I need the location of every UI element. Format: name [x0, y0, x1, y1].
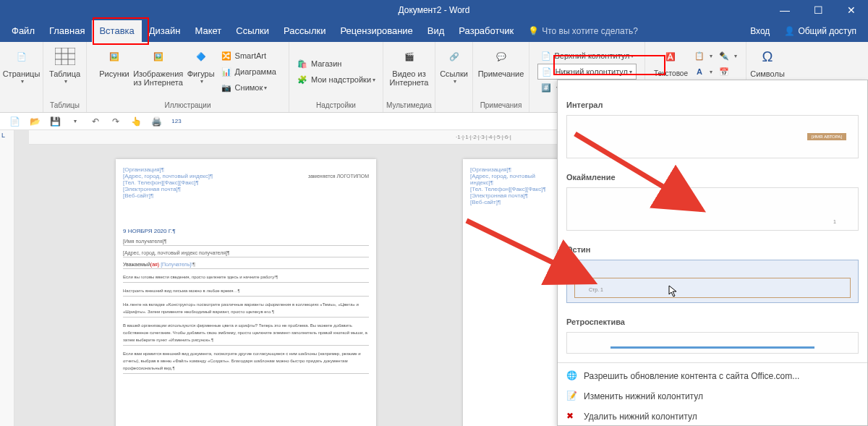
tab-design[interactable]: Дизайн — [142, 20, 188, 42]
links-button[interactable]: 🔗 Ссылки ▾ — [437, 43, 471, 86]
gallery-item-border[interactable]: 1 — [566, 187, 859, 231]
signin-link[interactable]: Вход — [743, 26, 777, 36]
tab-references[interactable]: Ссылки — [229, 20, 276, 42]
tab-view[interactable]: Вид — [420, 20, 452, 42]
group-links: 🔗 Ссылки ▾ — [435, 42, 473, 112]
wordart-button[interactable]: A▾ — [691, 64, 715, 80]
edit-icon: 📝 — [566, 391, 578, 402]
gallery-item-retro[interactable] — [566, 332, 859, 354]
gallery-section-retro: Ретроспектива — [558, 312, 867, 329]
group-illustrations: 🖼️ Рисунки 🖼️ Изображения из Интернета 🔷… — [87, 42, 289, 112]
store-button[interactable]: 🛍️ Магазин — [294, 56, 378, 72]
vertical-ruler: L — [0, 130, 14, 426]
tab-insert[interactable]: Вставка — [92, 20, 141, 42]
cursor-icon — [668, 285, 678, 298]
chevron-down-icon: ▾ — [373, 77, 375, 83]
pages-button[interactable]: 📄 Страницы ▾ — [0, 43, 43, 86]
video-icon: 🎬 — [398, 45, 421, 68]
chevron-down-icon: ▾ — [264, 85, 267, 91]
header-button[interactable]: 📄 Верхний колонтитул ▾ — [537, 48, 637, 64]
page-2[interactable]: [Организация]¶ [Адрес, город, почтовый и… — [463, 159, 564, 426]
tell-me-placeholder: Что вы хотите сделать? — [542, 26, 638, 36]
textbox-button[interactable]: 🅰️ Текстовое — [651, 43, 691, 80]
tab-mailings[interactable]: Рассылки — [276, 20, 333, 42]
smartart-icon: 🔀 — [221, 50, 232, 61]
footer-icon: 📄 — [541, 66, 553, 77]
document-title: Документ2 - Word — [398, 5, 469, 15]
chevron-down-icon: ▾ — [629, 69, 632, 75]
qat-123[interactable]: 123 — [168, 114, 185, 129]
signature-button[interactable]: ✒️▾ — [715, 48, 740, 64]
close-button[interactable]: ✕ — [835, 0, 868, 20]
office-icon: 🌐 — [566, 370, 578, 382]
chart-icon: 📊 — [221, 66, 232, 77]
tab-layout[interactable]: Макет — [187, 20, 229, 42]
tab-home[interactable]: Главная — [42, 20, 92, 42]
online-picture-icon: 🖼️ — [147, 45, 170, 68]
link-icon: 🔗 — [443, 45, 466, 68]
online-pictures-button[interactable]: 🖼️ Изображения из Интернета — [132, 43, 184, 88]
minimize-button[interactable]: — — [768, 0, 801, 20]
qat-print[interactable]: 🖨️ — [148, 114, 165, 129]
date-icon: 📅 — [718, 66, 730, 77]
chart-button[interactable]: 📊 Диаграмма — [218, 64, 279, 80]
qat-new[interactable]: 📄 — [6, 114, 23, 129]
omega-icon: Ω — [756, 45, 779, 68]
online-video-button[interactable]: 🎬 Видео из Интернета — [386, 43, 432, 88]
chevron-down-icon: ▾ — [454, 78, 456, 85]
qat-touch[interactable]: 👆 — [127, 114, 145, 129]
group-comments: 💬 Примечание Примечания — [473, 42, 529, 112]
header-icon: 📄 — [540, 50, 552, 61]
gallery-remove-footer[interactable]: ✖ Удалить нижний колонтитул — [558, 406, 867, 426]
qat-redo[interactable]: ↷ — [107, 114, 124, 129]
signature-icon: ✒️ — [718, 50, 730, 61]
page-1[interactable]: [Организация]¶ [Адрес, город, почтовый и… — [116, 159, 376, 426]
picture-icon: 🖼️ — [103, 45, 126, 68]
tab-review[interactable]: Рецензирование — [333, 20, 420, 42]
footer-button[interactable]: 📄 Нижний колонтитул ▾ — [537, 64, 637, 80]
screenshot-icon: 📷 — [221, 82, 232, 93]
comment-button[interactable]: 💬 Примечание — [475, 43, 527, 80]
qat-undo[interactable]: ↶ — [87, 114, 104, 129]
ribbon-tabs: Файл Главная Вставка Дизайн Макет Ссылки… — [0, 20, 868, 42]
page-number-icon: #️⃣ — [540, 82, 552, 93]
shapes-icon: 🔷 — [190, 45, 213, 68]
titlebar: Документ2 - Word — ☐ ✕ — [0, 0, 868, 20]
table-button[interactable]: Таблица ▾ — [46, 43, 83, 86]
gallery-edit-footer[interactable]: 📝 Изменить нижний колонтитул — [558, 386, 867, 406]
chevron-down-icon: ▾ — [64, 78, 67, 85]
gallery-item-austin[interactable]: Стр. 1 — [566, 260, 859, 303]
pictures-button[interactable]: 🖼️ Рисунки — [96, 43, 132, 80]
share-button[interactable]: 👤 Общий доступ — [777, 26, 864, 36]
qat-save-dd[interactable]: ▾ — [67, 114, 84, 129]
logo-placeholder: заменяется ЛОГОТИПОМ — [308, 174, 369, 179]
my-addins-button[interactable]: 🧩 Мои надстройки ▾ — [294, 72, 378, 88]
maximize-button[interactable]: ☐ — [801, 0, 835, 20]
datetime-button[interactable]: 📅 — [715, 64, 740, 80]
qat-open[interactable]: 📂 — [26, 114, 43, 129]
lightbulb-icon: 💡 — [528, 26, 539, 36]
tab-file[interactable]: Файл — [4, 20, 42, 42]
group-pages: 📄 Страницы ▾ Таблицы — [0, 42, 43, 112]
smartart-button[interactable]: 🔀 SmartArt — [218, 48, 279, 64]
chevron-down-icon: ▾ — [631, 53, 634, 59]
tell-me-search[interactable]: 💡 Что вы хотите сделать? — [528, 26, 638, 36]
shapes-button[interactable]: 🔷 Фигуры ▾ — [184, 43, 218, 86]
gallery-footer-menu: 🌐 Разрешить обновление контента с сайта … — [558, 362, 867, 426]
addins-icon: 🧩 — [297, 74, 308, 85]
textbox-icon: 🅰️ — [659, 45, 682, 68]
gallery-office-update[interactable]: 🌐 Разрешить обновление контента с сайта … — [558, 366, 867, 386]
chevron-down-icon: ▾ — [200, 78, 203, 85]
group-tables: Таблица ▾ Таблицы — [43, 42, 87, 112]
group-addins: 🛍️ Магазин 🧩 Мои надстройки ▾ Надстройки — [289, 42, 383, 112]
qat-save[interactable]: 💾 — [46, 114, 64, 129]
quick-parts-button[interactable]: 📋▾ — [691, 48, 715, 64]
gallery-item-integral[interactable]: [ИМЯ АВТОРА] — [566, 115, 859, 158]
group-media: 🎬 Видео из Интернета Мультимедиа — [383, 42, 435, 112]
tab-developer[interactable]: Разработчик — [451, 20, 521, 42]
delete-icon: ✖ — [566, 411, 578, 422]
gallery-section-border: Окаймление — [558, 167, 867, 184]
gallery-section-austin: Остин — [558, 239, 867, 257]
screenshot-button[interactable]: 📷 Снимок ▾ — [218, 80, 279, 95]
store-icon: 🛍️ — [297, 58, 308, 69]
